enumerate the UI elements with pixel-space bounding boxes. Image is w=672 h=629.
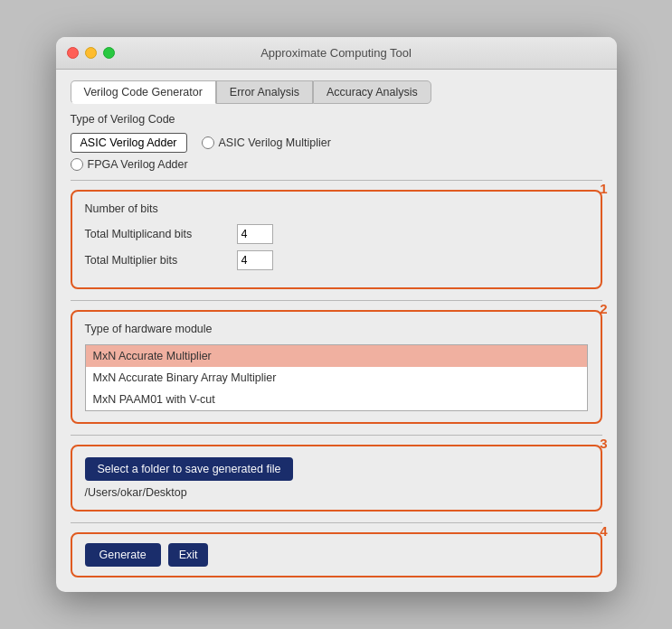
module-list: MxN Accurate Multiplier MxN Accurate Bin…: [85, 344, 588, 411]
divider-1: [71, 180, 602, 181]
fpga-adder-row: FPGA Verilog Adder: [71, 158, 602, 171]
select-folder-button[interactable]: Select a folder to save generated file: [85, 457, 294, 481]
section-4-number: 4: [600, 523, 607, 539]
verilog-type-section: Type of Verilog Code ASIC Verilog Adder …: [71, 113, 602, 171]
asic-adder-button[interactable]: ASIC Verilog Adder: [71, 133, 187, 153]
multiplier-label: Total Multiplier bits: [85, 254, 230, 267]
tab-accuracy[interactable]: Accuracy Analysis: [313, 80, 431, 104]
fpga-adder-label: FPGA Verilog Adder: [88, 158, 188, 171]
main-window: Approximate Computing Tool Verilog Code …: [56, 37, 617, 592]
asic-multiplier-radio[interactable]: [202, 136, 214, 149]
multiplicand-input[interactable]: [237, 224, 273, 244]
exit-button[interactable]: Exit: [168, 543, 209, 567]
section-3-number: 3: [600, 436, 607, 451]
section-actions: 4 Generate Exit: [71, 532, 602, 577]
content-area: Verilog Code Generator Error Analysis Ac…: [56, 70, 617, 592]
verilog-type-label: Type of Verilog Code: [71, 113, 602, 126]
maximize-button[interactable]: [103, 47, 115, 59]
module-item-paam01[interactable]: MxN PAAM01 with V-cut: [86, 389, 587, 410]
multiplier-input[interactable]: [237, 250, 273, 270]
module-item-accurate[interactable]: MxN Accurate Multiplier: [86, 345, 587, 367]
title-bar: Approximate Computing Tool: [56, 37, 617, 70]
window-title: Approximate Computing Tool: [260, 46, 412, 60]
section-1-title: Number of bits: [85, 202, 588, 215]
minimize-button[interactable]: [85, 47, 97, 59]
section-hardware-module: 2 Type of hardware module MxN Accurate M…: [71, 310, 602, 424]
asic-multiplier-label: ASIC Verilog Multiplier: [219, 136, 331, 149]
section-folder: 3 Select a folder to save generated file…: [71, 445, 602, 512]
tab-bar: Verilog Code Generator Error Analysis Ac…: [71, 80, 602, 104]
close-button[interactable]: [67, 47, 79, 59]
section-2-number: 2: [600, 301, 607, 316]
multiplicand-row: Total Multiplicand bits: [85, 224, 588, 244]
section-2-title: Type of hardware module: [85, 323, 588, 335]
section-1-number: 1: [600, 181, 607, 196]
module-item-binary[interactable]: MxN Accurate Binary Array Multiplier: [86, 367, 587, 389]
fpga-adder-radio[interactable]: [71, 158, 83, 171]
generate-button[interactable]: Generate: [85, 543, 161, 567]
section-number-of-bits: 1 Number of bits Total Multiplicand bits…: [71, 190, 602, 289]
tab-verilog[interactable]: Verilog Code Generator: [71, 80, 216, 104]
multiplier-row: Total Multiplier bits: [85, 250, 588, 270]
divider-3: [71, 435, 602, 436]
tab-error[interactable]: Error Analysis: [216, 80, 313, 104]
divider-4: [71, 522, 602, 523]
folder-path: /Users/okar/Desktop: [85, 486, 588, 499]
traffic-lights: [67, 47, 115, 59]
divider-2: [71, 300, 602, 301]
asic-multiplier-option: ASIC Verilog Multiplier: [202, 136, 331, 149]
multiplicand-label: Total Multiplicand bits: [85, 228, 230, 240]
